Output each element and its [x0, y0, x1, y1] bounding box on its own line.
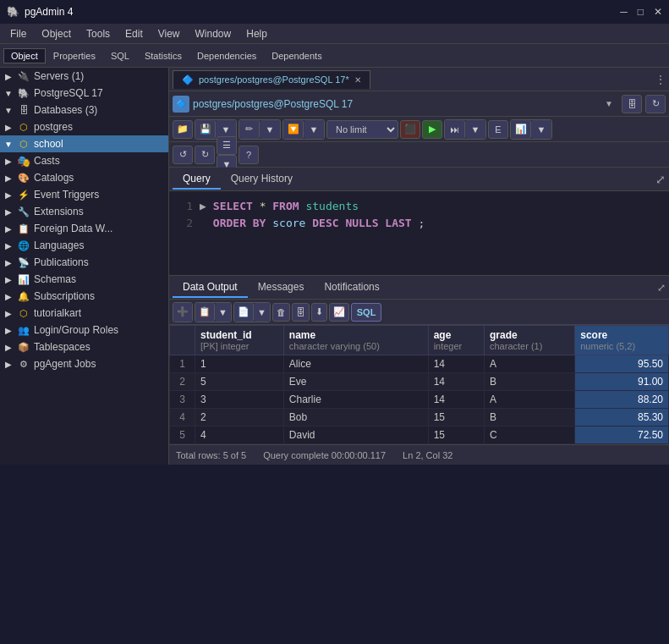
tab-properties[interactable]: Properties: [46, 48, 103, 63]
sidebar-item-postgres[interactable]: ▶ ⬡ postgres: [0, 118, 168, 135]
stop-button[interactable]: ⬛: [400, 120, 420, 139]
cell-age[interactable]: 15: [428, 427, 484, 444]
sidebar-item-catalogs[interactable]: ▶ 🎨 Catalogs: [0, 169, 168, 186]
open-file-button[interactable]: 📁: [173, 120, 193, 139]
copy-button[interactable]: 📋: [195, 303, 215, 322]
chart-button[interactable]: 📊: [511, 120, 531, 139]
sidebar-item-pgagent[interactable]: ▶ ⚙ pgAgent Jobs: [0, 355, 168, 372]
query-tab-close[interactable]: ✕: [354, 75, 361, 85]
table-row[interactable]: 1 1 Alice 14 A 95.50: [170, 355, 669, 373]
filter-dropdown[interactable]: ▼: [304, 120, 324, 139]
cell-student-id[interactable]: 2: [195, 409, 284, 427]
query-editor[interactable]: 1 ▶ SELECT * FROM students 2 ▶ ORDER BY …: [169, 191, 669, 276]
sidebar-item-databases[interactable]: ▼ 🗄 Databases (3): [0, 102, 168, 118]
menu-tools[interactable]: Tools: [80, 26, 117, 41]
cell-score[interactable]: 85.30: [575, 409, 669, 427]
sidebar-item-casts[interactable]: ▶ 🎭 Casts: [0, 152, 168, 169]
limit-select[interactable]: No limit 1000 rows 500 rows: [326, 120, 398, 139]
delete-button[interactable]: 🗑: [272, 303, 290, 322]
edit-dropdown[interactable]: ▼: [260, 120, 280, 139]
cell-grade[interactable]: B: [485, 373, 575, 391]
cell-student-id[interactable]: 1: [195, 355, 284, 373]
table-row[interactable]: 4 2 Bob 15 B 85.30: [170, 409, 669, 427]
tab-sql[interactable]: SQL: [103, 48, 137, 63]
connection-dropdown[interactable]: ▼: [600, 97, 618, 110]
cell-name[interactable]: Eve: [283, 373, 428, 391]
sidebar-item-foreign-data[interactable]: ▶ 📋 Foreign Data W...: [0, 220, 168, 237]
cell-grade[interactable]: A: [485, 391, 575, 409]
sidebar-item-subscriptions[interactable]: ▶ 🔔 Subscriptions: [0, 288, 168, 305]
sidebar-item-extensions[interactable]: ▶ 🔧 Extensions: [0, 203, 168, 220]
cell-grade[interactable]: C: [485, 427, 575, 444]
sidebar-item-event-triggers[interactable]: ▶ ⚡ Event Triggers: [0, 186, 168, 203]
menu-help[interactable]: Help: [239, 26, 274, 41]
cell-name[interactable]: Bob: [283, 409, 428, 427]
cell-grade[interactable]: B: [485, 409, 575, 427]
edit-button[interactable]: ✏: [239, 120, 260, 139]
sidebar-item-schemas[interactable]: ▶ 📊 Schemas: [0, 271, 168, 288]
sql-button[interactable]: SQL: [351, 303, 382, 322]
tab-object[interactable]: Object: [3, 48, 46, 63]
cell-age[interactable]: 14: [428, 373, 484, 391]
format-button[interactable]: ☰: [217, 136, 237, 155]
cell-student-id[interactable]: 4: [195, 427, 284, 444]
menu-view[interactable]: View: [151, 26, 187, 41]
save-button[interactable]: 💾: [195, 120, 216, 139]
tab-query[interactable]: Query: [173, 169, 221, 190]
query-expand-button[interactable]: ⤢: [655, 173, 666, 186]
query-tab-active[interactable]: 🔷 postgres/postgres@PostgreSQL 17* ✕: [173, 70, 370, 89]
explain-button[interactable]: E: [488, 120, 508, 139]
connection-select-btn[interactable]: 🗄: [622, 95, 642, 113]
table-row[interactable]: 5 4 David 15 C 72.50: [170, 427, 669, 444]
paste-dropdown[interactable]: ▼: [254, 303, 270, 322]
close-button[interactable]: ✕: [654, 6, 662, 18]
cell-student-id[interactable]: 5: [195, 373, 284, 391]
menu-file[interactable]: File: [3, 26, 33, 41]
menu-object[interactable]: Object: [35, 26, 78, 41]
sidebar-item-publications[interactable]: ▶ 📡 Publications: [0, 254, 168, 271]
table-row[interactable]: 3 3 Charlie 14 A 88.20: [170, 391, 669, 409]
menu-window[interactable]: Window: [189, 26, 239, 41]
redo-button[interactable]: ↻: [195, 146, 215, 164]
cell-age[interactable]: 15: [428, 409, 484, 427]
sidebar-item-postgresql[interactable]: ▼ 🐘 PostgreSQL 17: [0, 85, 168, 102]
execute-button[interactable]: ▶: [422, 120, 442, 139]
execute-dropdown[interactable]: ▼: [465, 120, 485, 139]
tab-dependencies[interactable]: Dependencies: [189, 48, 264, 63]
save-data-button[interactable]: 🗄: [292, 303, 310, 322]
download-button[interactable]: ⬇: [311, 303, 327, 322]
sidebar-item-login-roles[interactable]: ▶ 👥 Login/Group Roles: [0, 322, 168, 339]
tab-dependents[interactable]: Dependents: [264, 48, 329, 63]
minimize-button[interactable]: ─: [620, 6, 628, 18]
maximize-button[interactable]: □: [638, 6, 644, 18]
cell-student-id[interactable]: 3: [195, 391, 284, 409]
cell-score[interactable]: 91.00: [575, 373, 669, 391]
cell-name[interactable]: Charlie: [283, 391, 428, 409]
copy-dropdown[interactable]: ▼: [215, 303, 231, 322]
connection-refresh-btn[interactable]: ↻: [645, 95, 666, 113]
cell-age[interactable]: 14: [428, 391, 484, 409]
table-row[interactable]: 2 5 Eve 14 B 91.00: [170, 373, 669, 391]
chart-dropdown[interactable]: ▼: [531, 120, 551, 139]
paste-button[interactable]: 📄: [234, 303, 254, 322]
sidebar-item-tutorialkart[interactable]: ▶ ⬡ tutorialkart: [0, 305, 168, 322]
undo-button[interactable]: ↺: [173, 146, 193, 164]
graph-button[interactable]: 📈: [329, 303, 349, 322]
cell-score[interactable]: 88.20: [575, 391, 669, 409]
sidebar-item-tablespaces[interactable]: ▶ 📦 Tablespaces: [0, 339, 168, 355]
more-tabs-button[interactable]: ⋮: [655, 74, 666, 85]
cell-name[interactable]: David: [283, 427, 428, 444]
tab-data-output[interactable]: Data Output: [173, 278, 248, 298]
cell-score[interactable]: 95.50: [575, 355, 669, 373]
add-row-button[interactable]: ➕: [173, 303, 192, 322]
data-expand-button[interactable]: ⤢: [657, 282, 666, 294]
menu-edit[interactable]: Edit: [118, 26, 150, 41]
help-button[interactable]: ?: [239, 146, 259, 164]
tab-notifications[interactable]: Notifications: [314, 278, 389, 298]
filter-button[interactable]: 🔽: [283, 120, 304, 139]
tab-statistics[interactable]: Statistics: [137, 48, 189, 63]
cell-age[interactable]: 14: [428, 355, 484, 373]
sidebar-item-servers[interactable]: ▶ 🔌 Servers (1): [0, 68, 168, 85]
tab-query-history[interactable]: Query History: [221, 169, 303, 190]
cell-score[interactable]: 72.50: [575, 427, 669, 444]
